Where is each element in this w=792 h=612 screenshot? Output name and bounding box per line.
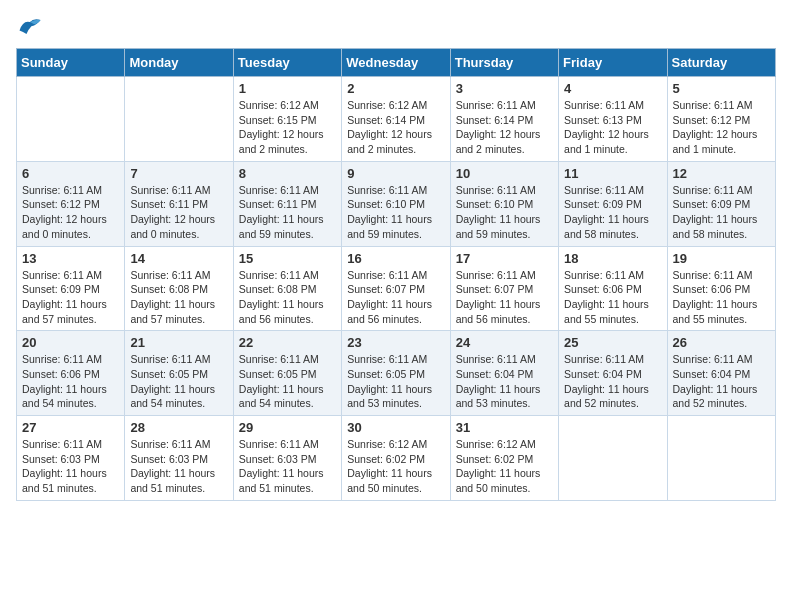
calendar-header-row: SundayMondayTuesdayWednesdayThursdayFrid… (17, 49, 776, 77)
day-number: 5 (673, 81, 770, 96)
day-number: 29 (239, 420, 336, 435)
calendar-cell: 28Sunrise: 6:11 AM Sunset: 6:03 PM Dayli… (125, 416, 233, 501)
calendar-table: SundayMondayTuesdayWednesdayThursdayFrid… (16, 48, 776, 501)
day-header-tuesday: Tuesday (233, 49, 341, 77)
cell-content: Sunrise: 6:11 AM Sunset: 6:05 PM Dayligh… (347, 352, 444, 411)
day-number: 7 (130, 166, 227, 181)
calendar-week-1: 6Sunrise: 6:11 AM Sunset: 6:12 PM Daylig… (17, 161, 776, 246)
cell-content: Sunrise: 6:11 AM Sunset: 6:09 PM Dayligh… (22, 268, 119, 327)
day-number: 17 (456, 251, 553, 266)
calendar-cell: 22Sunrise: 6:11 AM Sunset: 6:05 PM Dayli… (233, 331, 341, 416)
calendar-cell: 29Sunrise: 6:11 AM Sunset: 6:03 PM Dayli… (233, 416, 341, 501)
calendar-week-3: 20Sunrise: 6:11 AM Sunset: 6:06 PM Dayli… (17, 331, 776, 416)
calendar-cell: 10Sunrise: 6:11 AM Sunset: 6:10 PM Dayli… (450, 161, 558, 246)
day-number: 22 (239, 335, 336, 350)
cell-content: Sunrise: 6:11 AM Sunset: 6:05 PM Dayligh… (130, 352, 227, 411)
cell-content: Sunrise: 6:11 AM Sunset: 6:08 PM Dayligh… (130, 268, 227, 327)
calendar-cell: 17Sunrise: 6:11 AM Sunset: 6:07 PM Dayli… (450, 246, 558, 331)
calendar-cell: 15Sunrise: 6:11 AM Sunset: 6:08 PM Dayli… (233, 246, 341, 331)
cell-content: Sunrise: 6:11 AM Sunset: 6:06 PM Dayligh… (564, 268, 661, 327)
day-number: 14 (130, 251, 227, 266)
day-number: 4 (564, 81, 661, 96)
cell-content: Sunrise: 6:11 AM Sunset: 6:03 PM Dayligh… (22, 437, 119, 496)
day-number: 18 (564, 251, 661, 266)
calendar-cell: 13Sunrise: 6:11 AM Sunset: 6:09 PM Dayli… (17, 246, 125, 331)
cell-content: Sunrise: 6:11 AM Sunset: 6:14 PM Dayligh… (456, 98, 553, 157)
calendar-cell: 5Sunrise: 6:11 AM Sunset: 6:12 PM Daylig… (667, 77, 775, 162)
cell-content: Sunrise: 6:11 AM Sunset: 6:06 PM Dayligh… (22, 352, 119, 411)
day-header-friday: Friday (559, 49, 667, 77)
cell-content: Sunrise: 6:11 AM Sunset: 6:10 PM Dayligh… (456, 183, 553, 242)
cell-content: Sunrise: 6:12 AM Sunset: 6:14 PM Dayligh… (347, 98, 444, 157)
day-number: 23 (347, 335, 444, 350)
calendar-cell: 2Sunrise: 6:12 AM Sunset: 6:14 PM Daylig… (342, 77, 450, 162)
calendar-cell: 1Sunrise: 6:12 AM Sunset: 6:15 PM Daylig… (233, 77, 341, 162)
day-header-wednesday: Wednesday (342, 49, 450, 77)
day-number: 21 (130, 335, 227, 350)
calendar-cell: 12Sunrise: 6:11 AM Sunset: 6:09 PM Dayli… (667, 161, 775, 246)
day-number: 12 (673, 166, 770, 181)
calendar-cell (17, 77, 125, 162)
cell-content: Sunrise: 6:11 AM Sunset: 6:09 PM Dayligh… (673, 183, 770, 242)
cell-content: Sunrise: 6:11 AM Sunset: 6:10 PM Dayligh… (347, 183, 444, 242)
calendar-cell: 3Sunrise: 6:11 AM Sunset: 6:14 PM Daylig… (450, 77, 558, 162)
calendar-cell: 30Sunrise: 6:12 AM Sunset: 6:02 PM Dayli… (342, 416, 450, 501)
calendar-cell: 24Sunrise: 6:11 AM Sunset: 6:04 PM Dayli… (450, 331, 558, 416)
page-header (16, 16, 776, 38)
day-number: 25 (564, 335, 661, 350)
day-header-thursday: Thursday (450, 49, 558, 77)
day-number: 2 (347, 81, 444, 96)
cell-content: Sunrise: 6:11 AM Sunset: 6:13 PM Dayligh… (564, 98, 661, 157)
calendar-cell: 4Sunrise: 6:11 AM Sunset: 6:13 PM Daylig… (559, 77, 667, 162)
cell-content: Sunrise: 6:12 AM Sunset: 6:15 PM Dayligh… (239, 98, 336, 157)
day-number: 27 (22, 420, 119, 435)
day-number: 26 (673, 335, 770, 350)
calendar-cell (125, 77, 233, 162)
calendar-cell: 19Sunrise: 6:11 AM Sunset: 6:06 PM Dayli… (667, 246, 775, 331)
day-number: 19 (673, 251, 770, 266)
calendar-week-4: 27Sunrise: 6:11 AM Sunset: 6:03 PM Dayli… (17, 416, 776, 501)
cell-content: Sunrise: 6:11 AM Sunset: 6:11 PM Dayligh… (239, 183, 336, 242)
cell-content: Sunrise: 6:11 AM Sunset: 6:03 PM Dayligh… (239, 437, 336, 496)
day-header-saturday: Saturday (667, 49, 775, 77)
cell-content: Sunrise: 6:11 AM Sunset: 6:11 PM Dayligh… (130, 183, 227, 242)
calendar-cell: 20Sunrise: 6:11 AM Sunset: 6:06 PM Dayli… (17, 331, 125, 416)
calendar-cell: 7Sunrise: 6:11 AM Sunset: 6:11 PM Daylig… (125, 161, 233, 246)
calendar-cell: 6Sunrise: 6:11 AM Sunset: 6:12 PM Daylig… (17, 161, 125, 246)
day-number: 20 (22, 335, 119, 350)
calendar-week-0: 1Sunrise: 6:12 AM Sunset: 6:15 PM Daylig… (17, 77, 776, 162)
cell-content: Sunrise: 6:11 AM Sunset: 6:07 PM Dayligh… (347, 268, 444, 327)
calendar-cell: 8Sunrise: 6:11 AM Sunset: 6:11 PM Daylig… (233, 161, 341, 246)
cell-content: Sunrise: 6:11 AM Sunset: 6:12 PM Dayligh… (673, 98, 770, 157)
logo (16, 16, 48, 38)
calendar-cell: 14Sunrise: 6:11 AM Sunset: 6:08 PM Dayli… (125, 246, 233, 331)
day-number: 30 (347, 420, 444, 435)
day-number: 11 (564, 166, 661, 181)
day-number: 16 (347, 251, 444, 266)
calendar-cell: 11Sunrise: 6:11 AM Sunset: 6:09 PM Dayli… (559, 161, 667, 246)
day-number: 24 (456, 335, 553, 350)
calendar-cell: 23Sunrise: 6:11 AM Sunset: 6:05 PM Dayli… (342, 331, 450, 416)
calendar-cell: 25Sunrise: 6:11 AM Sunset: 6:04 PM Dayli… (559, 331, 667, 416)
day-number: 8 (239, 166, 336, 181)
cell-content: Sunrise: 6:11 AM Sunset: 6:12 PM Dayligh… (22, 183, 119, 242)
day-number: 1 (239, 81, 336, 96)
calendar-cell: 26Sunrise: 6:11 AM Sunset: 6:04 PM Dayli… (667, 331, 775, 416)
calendar-cell: 18Sunrise: 6:11 AM Sunset: 6:06 PM Dayli… (559, 246, 667, 331)
day-number: 13 (22, 251, 119, 266)
day-number: 15 (239, 251, 336, 266)
calendar-cell: 21Sunrise: 6:11 AM Sunset: 6:05 PM Dayli… (125, 331, 233, 416)
day-header-sunday: Sunday (17, 49, 125, 77)
cell-content: Sunrise: 6:12 AM Sunset: 6:02 PM Dayligh… (347, 437, 444, 496)
cell-content: Sunrise: 6:11 AM Sunset: 6:09 PM Dayligh… (564, 183, 661, 242)
cell-content: Sunrise: 6:11 AM Sunset: 6:06 PM Dayligh… (673, 268, 770, 327)
day-number: 9 (347, 166, 444, 181)
calendar-cell: 16Sunrise: 6:11 AM Sunset: 6:07 PM Dayli… (342, 246, 450, 331)
cell-content: Sunrise: 6:11 AM Sunset: 6:07 PM Dayligh… (456, 268, 553, 327)
cell-content: Sunrise: 6:11 AM Sunset: 6:03 PM Dayligh… (130, 437, 227, 496)
calendar-week-2: 13Sunrise: 6:11 AM Sunset: 6:09 PM Dayli… (17, 246, 776, 331)
day-header-monday: Monday (125, 49, 233, 77)
cell-content: Sunrise: 6:11 AM Sunset: 6:04 PM Dayligh… (673, 352, 770, 411)
calendar-cell: 31Sunrise: 6:12 AM Sunset: 6:02 PM Dayli… (450, 416, 558, 501)
cell-content: Sunrise: 6:11 AM Sunset: 6:04 PM Dayligh… (456, 352, 553, 411)
